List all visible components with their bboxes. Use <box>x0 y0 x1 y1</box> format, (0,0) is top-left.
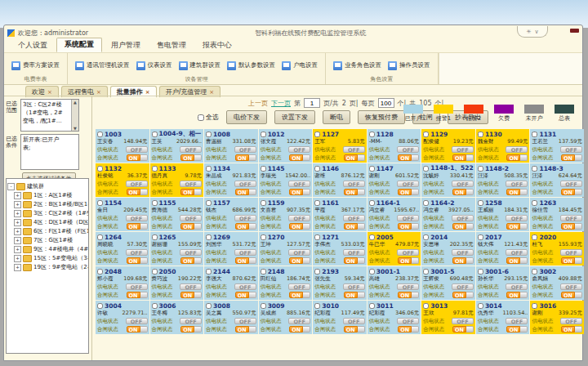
switch-on-button[interactable]: ON <box>452 292 466 298</box>
switch-toggle[interactable]: ON <box>398 326 419 333</box>
expand-icon[interactable]: + <box>14 264 21 271</box>
supply-off-button[interactable]: OFF <box>126 181 148 187</box>
card-checkbox[interactable] <box>261 166 266 172</box>
switch-toggle[interactable]: ON <box>561 292 582 298</box>
supply-off-button[interactable]: OFF <box>288 146 310 153</box>
tree-node-6区[interactable]: +6区：F区1#楼（F区1#… <box>14 227 87 235</box>
switch-toggle[interactable]: ON <box>561 154 582 161</box>
card-checkbox[interactable] <box>314 234 320 240</box>
meter-card-1155[interactable]: 1155费海德544.28元供电状态OFF合闸状态ON <box>150 198 204 231</box>
switch-toggle[interactable]: ON <box>180 326 202 333</box>
switch-on-button[interactable]: ON <box>344 292 358 298</box>
switch-toggle[interactable]: ON <box>235 326 256 333</box>
supply-off-button[interactable]: OFF <box>288 181 310 187</box>
switch-off-segment[interactable] <box>520 154 528 161</box>
menu-item-系统配置[interactable]: 系统配置 <box>56 38 102 52</box>
supply-off-button[interactable]: OFF <box>452 181 474 187</box>
supply-off-button[interactable]: OFF <box>343 146 365 153</box>
card-checkbox[interactable] <box>97 269 103 274</box>
switch-on-button[interactable]: ON <box>344 257 358 264</box>
switch-off-segment[interactable] <box>575 189 582 195</box>
tree-node-1区[interactable]: +1区：A区1#楼 <box>14 191 87 199</box>
card-checkbox[interactable] <box>423 200 429 206</box>
switch-off-segment[interactable] <box>412 223 419 230</box>
supply-off-button[interactable]: OFF <box>180 181 202 187</box>
switch-off-segment[interactable] <box>303 154 310 161</box>
supply-off-button[interactable]: OFF <box>180 215 202 221</box>
supply-off-button[interactable]: OFF <box>452 283 474 290</box>
menu-item-用户管理[interactable]: 用户管理 <box>104 39 148 52</box>
switch-on-button[interactable]: ON <box>561 189 575 195</box>
select-all-checkbox[interactable] <box>198 114 204 121</box>
meter-card-2048[interactable]: 2048郑小霞109.68元供电状态OFF合闸状态ON <box>96 266 149 300</box>
supply-off-button[interactable]: OFF <box>452 318 474 324</box>
tree-node-2区[interactable]: +2区：B区1#楼/B区1#… <box>14 200 87 208</box>
meter-card-2050[interactable]: 2050费巧波190.22元供电状态OFF合闸状态ON <box>150 266 204 300</box>
ribbon-button-默认参数设置[interactable]: 默认参数设置 <box>224 61 278 70</box>
switch-off-segment[interactable] <box>412 292 419 298</box>
card-checkbox[interactable] <box>423 166 429 172</box>
supply-off-button[interactable]: OFF <box>234 181 256 187</box>
switch-off-segment[interactable] <box>575 257 582 264</box>
switch-off-segment[interactable] <box>140 326 148 333</box>
card-checkbox[interactable] <box>423 132 429 137</box>
supply-off-button[interactable]: OFF <box>288 283 310 290</box>
supply-off-button[interactable]: OFF <box>397 181 419 187</box>
meter-card-1148-3[interactable]: 1148-3汪泽624.64元供电状态OFF合闸状态ON <box>530 163 584 197</box>
card-checkbox[interactable] <box>97 166 103 172</box>
switch-toggle[interactable]: ON <box>180 154 202 161</box>
switch-off-segment[interactable] <box>303 326 310 333</box>
meter-card-3011[interactable]: 3011纪彩霞346.06元供电状态OFF合闸状态ON <box>368 301 421 334</box>
switch-on-button[interactable]: ON <box>127 257 140 264</box>
switch-toggle[interactable]: ON <box>127 189 148 195</box>
switch-off-segment[interactable] <box>303 292 310 298</box>
supply-off-button[interactable]: OFF <box>560 215 582 221</box>
card-checkbox[interactable] <box>532 303 537 309</box>
switch-off-segment[interactable] <box>194 189 202 195</box>
supply-off-button[interactable]: OFF <box>506 283 528 290</box>
switch-toggle[interactable]: ON <box>235 189 256 195</box>
card-checkbox[interactable] <box>369 200 375 206</box>
collapse-icon[interactable]: - <box>7 183 15 190</box>
meter-card-3009[interactable]: 3009吴成彪885.16元供电状态OFF合闸状态ON <box>259 301 313 334</box>
switch-toggle[interactable]: ON <box>289 223 310 230</box>
switch-off-segment[interactable] <box>140 257 148 264</box>
supply-off-button[interactable]: OFF <box>506 318 528 324</box>
switch-off-segment[interactable] <box>520 223 528 230</box>
switch-on-button[interactable]: ON <box>452 257 466 264</box>
switch-off-segment[interactable] <box>520 189 528 195</box>
switch-on-button[interactable]: ON <box>561 154 575 161</box>
switch-on-button[interactable]: ON <box>289 154 303 161</box>
tab-close-icon[interactable]: × <box>209 89 214 96</box>
switch-on-button[interactable]: ON <box>398 326 412 333</box>
meter-card-1012[interactable]: 1012张文霞122.42元供电状态OFF合闸状态ON <box>259 129 313 163</box>
ribbon-button-通讯管理机设置[interactable]: 通讯管理机设置 <box>72 61 133 70</box>
meter-card-2017[interactable]: 2017钱大伟121.43元供电状态OFF合闸状态ON <box>476 232 530 266</box>
supply-off-button[interactable]: OFF <box>506 249 528 256</box>
switch-toggle[interactable]: ON <box>506 189 528 195</box>
toolbar-button-设置下发[interactable]: 设置下发 <box>274 110 315 124</box>
switch-off-segment[interactable] <box>358 154 365 161</box>
switch-on-button[interactable]: ON <box>561 257 575 264</box>
switch-on-button[interactable]: ON <box>235 154 249 161</box>
switch-off-segment[interactable] <box>303 257 310 264</box>
supply-off-button[interactable]: OFF <box>180 146 202 153</box>
card-checkbox[interactable] <box>532 234 537 240</box>
card-checkbox[interactable] <box>206 200 212 206</box>
next-page-link[interactable]: 下一页 <box>271 99 291 108</box>
switch-toggle[interactable]: ON <box>344 292 365 298</box>
supply-off-button[interactable]: OFF <box>180 283 202 290</box>
ribbon-button-业务角色设置[interactable]: 业务角色设置 <box>330 61 385 70</box>
card-checkbox[interactable] <box>206 269 212 274</box>
card-checkbox[interactable] <box>206 303 212 309</box>
card-checkbox[interactable] <box>532 132 537 137</box>
supply-off-button[interactable]: OFF <box>343 318 365 324</box>
tree-node-4区[interactable]: +4区：D区1#楼（D区1… <box>14 218 87 226</box>
switch-off-segment[interactable] <box>412 189 419 195</box>
meter-card-1154[interactable]: 1154金日209.45元供电状态OFF合闸状态ON <box>96 198 149 231</box>
switch-off-segment[interactable] <box>358 257 365 264</box>
meter-card-3010[interactable]: 3010纪彩霞117.49元供电状态OFF合闸状态ON <box>313 301 367 334</box>
switch-toggle[interactable]: ON <box>398 189 419 195</box>
meter-card-1264[interactable]: 1264周晓晓57.30元供电状态OFF合闸状态ON <box>96 232 149 266</box>
switch-toggle[interactable]: ON <box>180 257 202 264</box>
